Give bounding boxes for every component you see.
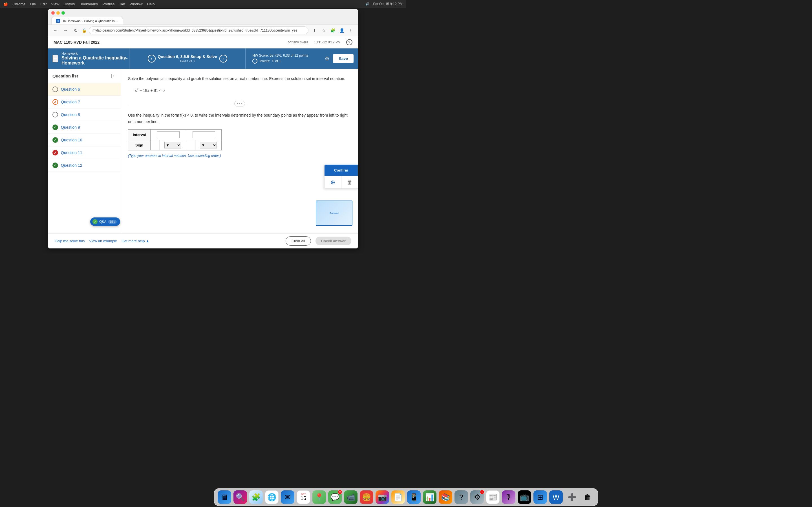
browser-chrome: C Do Homework - Solving a Quadratic Ineq… [48,9,358,25]
add-circle-icon: ⊕ [331,179,335,186]
mac-status-bar: 🔊 Sat Oct 15 9:12 PM [365,2,403,6]
q7-status-icon: ✗ [52,99,58,105]
bottom-toolbar: Help me solve this View an example Get m… [48,233,358,248]
problem-instruction: Solve the polynomial inequality and grap… [128,75,351,82]
add-action-button[interactable]: ⊕ [324,176,341,188]
qna-widget[interactable]: ✓ Q&A 15 c [90,217,120,226]
apple-menu[interactable]: 🍎 [3,2,8,6]
bookmarks-menu[interactable]: Bookmarks [80,2,98,6]
bookmark-star-icon[interactable]: ☆ [320,26,327,34]
lock-icon: 🔒 [82,28,87,33]
sidebar-title: Question list [52,73,78,78]
main-area: Question list |← Question 6 ✗ [48,69,358,233]
course-title: MAC 1105 RVD Fall 2022 [54,40,100,45]
interval-input-1[interactable] [157,131,180,138]
q10-status-icon: ✓ [52,137,58,143]
sign-select-2[interactable]: ▼ + − [200,142,217,149]
q7-label: Question 7 [61,100,80,104]
clear-all-button[interactable]: Clear all [286,236,311,245]
save-button[interactable]: Save [333,54,354,63]
view-example-button[interactable]: View an example [89,239,117,243]
interval-input-2[interactable] [193,131,215,138]
q12-status-icon: ✓ [52,163,58,168]
points-value: 0 of 1 [272,59,281,63]
interval-column-header: Interval [128,129,151,140]
points-row: Points: 0 of 1 [252,59,324,64]
sidebar-item-question10[interactable]: ✓ Question 10 [48,134,121,147]
browser-window: C Do Homework - Solving a Quadratic Ineq… [48,9,358,248]
download-icon[interactable]: ⬇ [311,26,319,34]
user-name: brittany rivera [288,40,308,44]
qna-check-icon: ✓ [93,219,98,224]
file-menu[interactable]: File [30,2,36,6]
part-label: Part 1 of 3 [158,59,217,63]
table-sign-row: Sign ▼ + − [128,140,221,151]
forward-button[interactable]: → [61,26,69,34]
tab-menu[interactable]: Tab [119,2,125,6]
sidebar-item-question7[interactable]: ✗ Question 7 [48,96,121,108]
traffic-lights [51,11,355,15]
window-menu[interactable]: Window [130,2,142,6]
reload-button[interactable]: ↻ [71,26,80,34]
history-menu[interactable]: History [64,2,75,6]
q8-label: Question 8 [61,112,80,117]
tab-favicon: C [56,19,60,23]
floating-confirm-panel: Confirm ⊕ 🗑 [324,165,358,189]
hw-menu-button[interactable]: ☰ [52,55,58,62]
q9-label: Question 9 [61,125,80,129]
qna-count: 15 c [108,220,117,224]
sign-select-cell-1: ▼ + − [160,140,186,151]
profiles-menu[interactable]: Profiles [102,2,114,6]
url-bar[interactable] [89,26,308,34]
view-menu[interactable]: View [51,2,59,6]
sidebar-item-question12[interactable]: ✓ Question 12 [48,159,121,172]
settings-gear-button[interactable]: ⚙ [324,55,329,62]
active-tab[interactable]: C Do Homework - Solving a Quadratic Ineq… [51,17,123,24]
q6-label: Question 6 [61,87,80,92]
sidebar-collapse-button[interactable]: |← [111,73,116,78]
extensions-icon[interactable]: 🧩 [329,26,337,34]
help-menu[interactable]: Help [147,2,155,6]
get-more-help-button[interactable]: Get more help ▲ [121,239,149,243]
more-options-icon[interactable]: ⋮ [347,26,355,34]
hw-score: HW Score: 52.71%, 6.33 of 12 points [252,54,324,57]
sign-select-1[interactable]: ▼ + − [164,142,181,149]
help-solve-button[interactable]: Help me solve this [55,239,85,243]
q11-label: Question 11 [61,151,82,155]
help-button[interactable]: ? [346,39,352,45]
confirm-button[interactable]: Confirm [324,165,358,176]
q6-status-icon [52,87,58,92]
toolbar-icons: ⬇ ☆ 🧩 👤 ⋮ [311,26,355,34]
volume-icon: 🔊 [365,2,370,6]
sidebar-item-question9[interactable]: ✓ Question 9 [48,121,121,134]
close-window-button[interactable] [51,11,55,15]
sidebar-item-question6[interactable]: Question 6 [48,83,121,96]
maximize-window-button[interactable] [61,11,65,15]
mac-os-bar: 🍎 Chrome File Edit View History Bookmark… [0,0,406,8]
chrome-menu[interactable]: Chrome [12,2,26,6]
sign-cell-2a [186,140,195,151]
sidebar-item-question11[interactable]: ✗ Question 11 [48,147,121,159]
thumbnail-preview[interactable]: Preview [316,201,352,226]
sidebar-item-question8[interactable]: Question 8 [48,108,121,121]
delete-action-button[interactable]: 🗑 [341,176,358,188]
back-button[interactable]: ← [51,26,59,34]
hw-nav-bar: ☰ Homework: Solving a Quadratic Inequali… [48,48,358,69]
q8-status-icon [52,112,58,117]
sign-column-header: Sign [128,140,151,151]
trash-icon: 🗑 [347,179,352,186]
prev-question-button[interactable]: ‹ [148,55,156,62]
app-header-right: brittany rivera 10/15/22 9:12 PM ? [288,39,352,45]
check-answer-button[interactable]: Check answer [315,237,351,245]
interval-input-cell-1 [151,129,186,140]
table-header-row: Interval [128,129,221,140]
profile-icon[interactable]: 👤 [338,26,346,34]
next-question-button[interactable]: › [219,55,227,62]
main-wrapper: Question list |← Question 6 ✗ [48,69,358,248]
minimize-window-button[interactable] [56,11,60,15]
homework-label: Homework: [61,52,129,55]
tab-title: Do Homework - Solving a Quadratic Inequa… [62,19,118,22]
q11-status-icon: ✗ [52,150,58,156]
qna-label: Q&A [99,220,106,224]
edit-menu[interactable]: Edit [40,2,47,6]
